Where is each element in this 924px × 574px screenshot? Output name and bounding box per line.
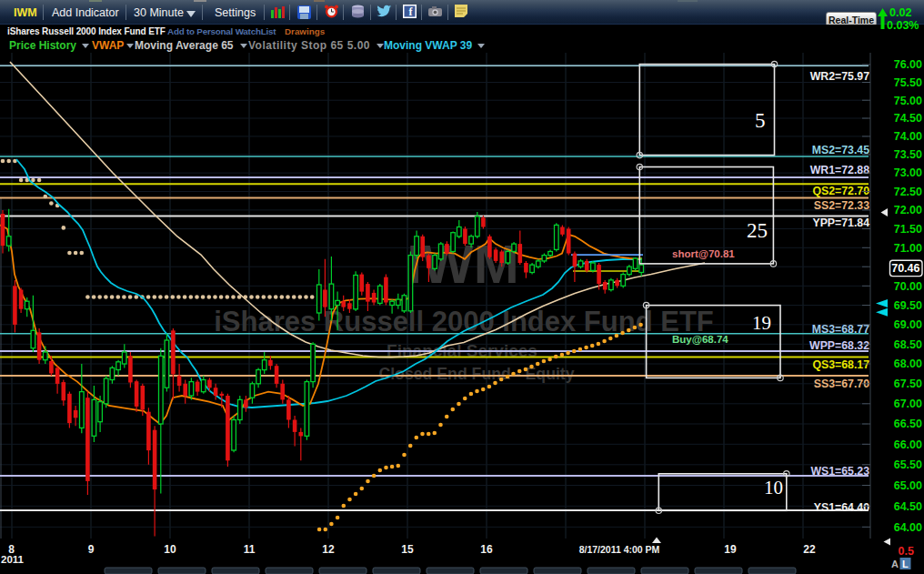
svg-text:5: 5 [755, 109, 766, 132]
svg-text:25: 25 [747, 219, 768, 242]
svg-text:16: 16 [480, 543, 493, 556]
svg-text:65.00: 65.00 [894, 479, 922, 492]
svg-text:9: 9 [88, 543, 95, 556]
svg-text:10: 10 [164, 543, 176, 556]
svg-text:WR2=75.97: WR2=75.97 [810, 70, 869, 83]
svg-text:Buy@68.74: Buy@68.74 [672, 334, 728, 345]
svg-text:short@70.81: short@70.81 [672, 248, 735, 259]
svg-text:YPP=71.84: YPP=71.84 [812, 217, 869, 229]
svg-text:15: 15 [401, 543, 414, 556]
svg-text:10: 10 [764, 477, 783, 498]
svg-text:12: 12 [322, 543, 335, 556]
svg-text:QS2=72.70: QS2=72.70 [812, 185, 869, 197]
svg-text:64.00: 64.00 [894, 521, 922, 534]
svg-text:2011: 2011 [1, 554, 25, 565]
svg-text:A: A [891, 559, 899, 569]
svg-text:73.50: 73.50 [894, 148, 922, 161]
svg-text:MS2=73.45: MS2=73.45 [812, 144, 869, 156]
svg-text:71.50: 71.50 [894, 223, 922, 236]
svg-text:65.50: 65.50 [894, 458, 922, 471]
svg-text:67.50: 67.50 [894, 378, 922, 390]
svg-text:WR1=72.88: WR1=72.88 [810, 164, 869, 176]
svg-text:64.50: 64.50 [894, 500, 922, 513]
svg-text:75.00: 75.00 [894, 95, 922, 107]
svg-text:71.00: 71.00 [894, 242, 922, 255]
svg-text:WS1=65.23: WS1=65.23 [810, 465, 869, 478]
svg-text:72.00: 72.00 [894, 204, 922, 217]
svg-text:76.00: 76.00 [894, 58, 922, 71]
svg-text:69.50: 69.50 [894, 299, 922, 312]
svg-text:Closed End Fund - Equity: Closed End Fund - Equity [378, 365, 574, 383]
svg-text:19: 19 [724, 543, 737, 556]
svg-text:66.50: 66.50 [894, 418, 922, 430]
svg-text:66.00: 66.00 [894, 438, 922, 451]
svg-text:22: 22 [803, 543, 816, 556]
svg-text:QS3=68.17: QS3=68.17 [812, 358, 869, 371]
svg-text:68.50: 68.50 [894, 338, 922, 351]
svg-text:SS3=67.70: SS3=67.70 [814, 378, 869, 390]
svg-text:19: 19 [752, 312, 771, 334]
svg-text:70.00: 70.00 [894, 280, 922, 293]
svg-text:MS3=68.77: MS3=68.77 [812, 323, 869, 336]
svg-text:72.50: 72.50 [894, 186, 922, 198]
svg-text:75.50: 75.50 [894, 76, 922, 89]
svg-text:67.00: 67.00 [894, 398, 922, 410]
svg-text:0.5: 0.5 [899, 545, 914, 558]
svg-text:73.00: 73.00 [894, 166, 922, 179]
svg-text:74.00: 74.00 [894, 130, 922, 143]
svg-text:YS1=64.40: YS1=64.40 [814, 501, 869, 514]
svg-text:WPP=68.32: WPP=68.32 [809, 339, 869, 352]
svg-text:L: L [902, 559, 909, 569]
svg-text:68.00: 68.00 [894, 357, 922, 370]
svg-text:70.46: 70.46 [891, 262, 919, 275]
svg-text:74.50: 74.50 [894, 112, 922, 125]
svg-text:69.00: 69.00 [894, 318, 922, 331]
svg-text:11: 11 [244, 543, 256, 556]
svg-text:SS2=72.33: SS2=72.33 [814, 199, 869, 212]
svg-text:8/17/2011 4:00 PM: 8/17/2011 4:00 PM [579, 544, 660, 555]
